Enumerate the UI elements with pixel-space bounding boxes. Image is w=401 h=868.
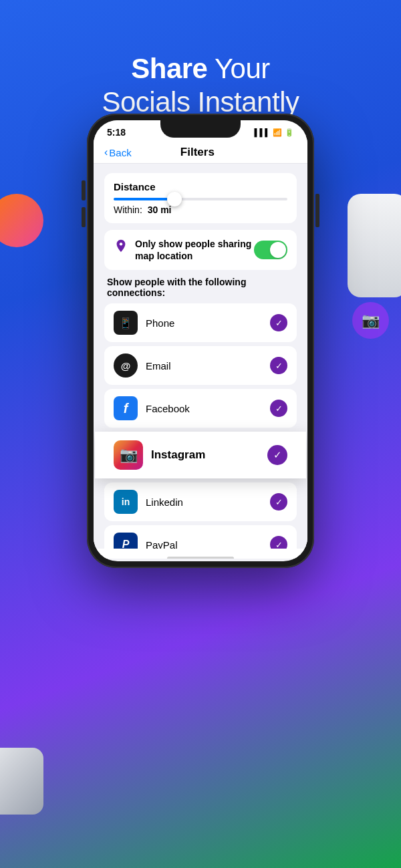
within-label: Within:: [114, 204, 142, 215]
status-icons: ▌▌▌ 📶 🔋: [255, 128, 294, 137]
distance-label: Distance: [114, 181, 287, 192]
email-icon: @: [114, 353, 138, 378]
connection-instagram[interactable]: 📷 Instagram ✓: [95, 432, 306, 478]
linkedin-check: ✓: [270, 493, 287, 511]
paypal-label: PayPal: [146, 539, 178, 549]
location-toggle-row: Only show people sharing map location: [104, 230, 297, 270]
home-indicator: [94, 549, 307, 559]
distance-slider[interactable]: [114, 198, 287, 200]
nav-bar: ‹ Back Filters: [94, 140, 307, 164]
connection-paypal[interactable]: P PayPal ✓: [104, 525, 297, 549]
hero-line1-rest: Your: [215, 53, 270, 84]
right-avatar-small: 📷: [352, 302, 389, 339]
slider-thumb[interactable]: [167, 192, 182, 206]
connection-email[interactable]: @ Email ✓: [104, 346, 297, 385]
connections-label: Show people with the following connectio…: [104, 277, 297, 298]
linkedin-icon: in: [114, 490, 138, 514]
battery-icon: 🔋: [285, 128, 294, 137]
paypal-icon: P: [114, 533, 138, 549]
slider-track: [114, 198, 287, 200]
connection-facebook[interactable]: f Facebook ✓: [104, 389, 297, 428]
hero-bold: Share: [131, 53, 207, 84]
wifi-icon: 📶: [273, 128, 282, 137]
power-btn: [315, 194, 319, 227]
hero-section: Share Your Socials Instantly: [0, 0, 401, 126]
signal-icon: ▌▌▌: [255, 128, 270, 136]
status-time: 5:18: [107, 127, 126, 138]
phone-notch: [160, 120, 241, 138]
facebook-label: Facebook: [146, 403, 190, 414]
instagram-label: Instagram: [151, 448, 205, 462]
map-pin-icon: [114, 239, 128, 253]
email-check: ✓: [270, 357, 287, 374]
instagram-check: ✓: [267, 445, 287, 465]
distance-card: Distance Within: 30 mi: [104, 173, 297, 223]
facebook-check: ✓: [270, 400, 287, 417]
left-avatar-bottom: [0, 748, 43, 815]
back-label[interactable]: Back: [109, 147, 131, 158]
screen-content: ‹ Back Filters Distance: [94, 140, 307, 559]
within-value: 30 mi: [148, 204, 172, 215]
nav-title: Filters: [132, 146, 263, 159]
phone-mockup: 5:18 ▶ ▌▌▌ 📶 🔋 ‹ Back Filters: [87, 114, 314, 815]
linkedin-label: Linkedin: [146, 496, 183, 508]
location-toggle-text: Only show people sharing map location: [135, 238, 254, 262]
slider-fill: [114, 198, 174, 200]
facebook-icon: f: [114, 396, 138, 420]
email-label: Email: [146, 360, 171, 372]
distance-value: Within: 30 mi: [114, 204, 287, 215]
volume-up-btn: [82, 180, 86, 200]
filters-content: Distance Within: 30 mi: [94, 164, 307, 549]
instagram-icon: 📷: [114, 440, 143, 470]
right-avatar: [348, 194, 401, 297]
location-toggle[interactable]: [254, 241, 287, 259]
phone-icon: 📱: [114, 311, 138, 335]
phone-label: Phone: [146, 317, 174, 329]
home-bar: [167, 557, 234, 559]
left-avatar: [0, 194, 43, 247]
chevron-left-icon: ‹: [104, 146, 108, 158]
hero-text: Share Your Socials Instantly: [0, 25, 401, 120]
back-button[interactable]: ‹ Back: [104, 146, 132, 158]
connection-linkedin[interactable]: in Linkedin ✓: [104, 482, 297, 521]
paypal-check: ✓: [270, 536, 287, 549]
phone-check: ✓: [270, 314, 287, 331]
volume-down-btn: [82, 207, 86, 227]
connection-phone[interactable]: 📱 Phone ✓: [104, 303, 297, 342]
toggle-left: Only show people sharing map location: [114, 238, 254, 262]
